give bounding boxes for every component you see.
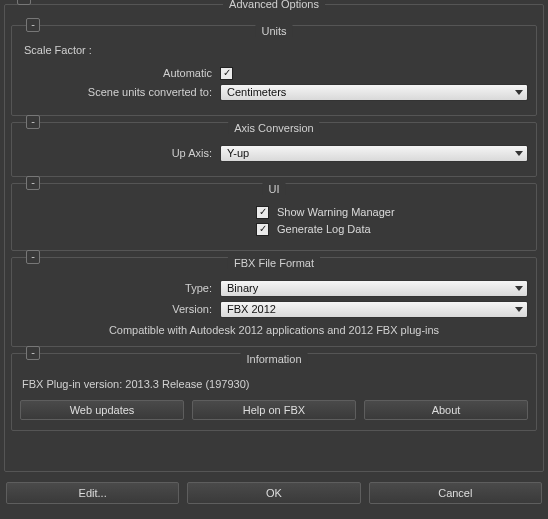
type-label: Type: [20, 282, 220, 294]
scene-units-select[interactable]: Centimeters [220, 84, 528, 101]
group-title: Advanced Options [223, 0, 325, 10]
up-axis-select[interactable]: Y-up [220, 145, 528, 162]
ok-button[interactable]: OK [187, 482, 360, 504]
select-value: FBX 2012 [227, 303, 276, 315]
collapse-toggle-fbx[interactable]: - [26, 250, 40, 264]
collapse-toggle-units[interactable]: - [26, 18, 40, 32]
group-title: Axis Conversion [228, 122, 319, 134]
dialog-footer: Edit... OK Cancel [4, 482, 544, 504]
web-updates-button[interactable]: Web updates [20, 400, 184, 420]
units-group: - Units Scale Factor : Automatic Scene u… [11, 25, 537, 116]
automatic-checkbox[interactable] [220, 67, 233, 80]
collapse-toggle-ui[interactable]: - [26, 176, 40, 190]
chevron-down-icon [515, 307, 523, 312]
group-title: FBX File Format [228, 257, 320, 269]
select-value: Binary [227, 282, 258, 294]
generate-log-checkbox[interactable] [256, 223, 269, 236]
compatibility-note: Compatible with Autodesk 2012 applicatio… [20, 324, 528, 336]
collapse-toggle-info[interactable]: - [26, 346, 40, 360]
collapse-toggle-advanced[interactable]: - [17, 0, 31, 5]
version-label: Version: [20, 303, 220, 315]
select-value: Y-up [227, 147, 249, 159]
axis-conversion-group: - Axis Conversion Up Axis: Y-up [11, 122, 537, 177]
type-select[interactable]: Binary [220, 280, 528, 297]
scene-units-label: Scene units converted to: [20, 86, 220, 98]
scale-factor-label: Scale Factor : [24, 44, 528, 56]
ui-group: - UI Show Warning Manager Generate Log D… [11, 183, 537, 251]
fbx-file-format-group: - FBX File Format Type: Binary Version: … [11, 257, 537, 347]
chevron-down-icon [515, 286, 523, 291]
about-button[interactable]: About [364, 400, 528, 420]
group-title: UI [263, 183, 286, 195]
select-value: Centimeters [227, 86, 286, 98]
help-on-fbx-button[interactable]: Help on FBX [192, 400, 356, 420]
automatic-label: Automatic [20, 67, 220, 79]
plugin-version-text: FBX Plug-in version: 2013.3 Release (197… [22, 378, 528, 390]
chevron-down-icon [515, 90, 523, 95]
group-title: Information [240, 353, 307, 365]
version-select[interactable]: FBX 2012 [220, 301, 528, 318]
show-warning-label: Show Warning Manager [277, 206, 395, 218]
cancel-button[interactable]: Cancel [369, 482, 542, 504]
group-title: Units [255, 25, 292, 37]
show-warning-checkbox[interactable] [256, 206, 269, 219]
collapse-toggle-axis[interactable]: - [26, 115, 40, 129]
chevron-down-icon [515, 151, 523, 156]
information-group: - Information FBX Plug-in version: 2013.… [11, 353, 537, 431]
generate-log-label: Generate Log Data [277, 223, 371, 235]
up-axis-label: Up Axis: [20, 147, 220, 159]
edit-button[interactable]: Edit... [6, 482, 179, 504]
advanced-options-group: - Advanced Options - Units Scale Factor … [4, 4, 544, 472]
